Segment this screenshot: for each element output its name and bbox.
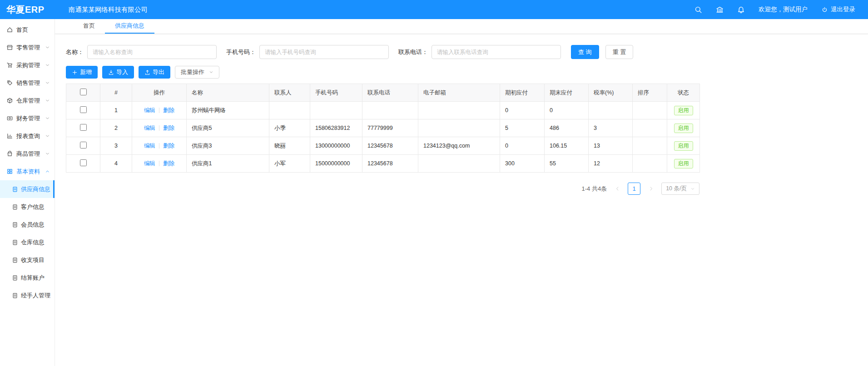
sidebar-subitem-label: 供应商信息	[21, 185, 50, 193]
next-page-button[interactable]	[645, 183, 657, 195]
sidebar-item-basedata[interactable]: 基本资料	[0, 163, 55, 180]
company-name: 南通某某网络科技有限公司	[69, 5, 148, 14]
cell-op: 编辑删除	[132, 155, 187, 173]
sidebar-item-purchase[interactable]: 采购管理	[0, 56, 55, 74]
table-row: 4 编辑删除 供应商1 小军 15000000000 12345678 300 …	[66, 155, 700, 173]
user-menu[interactable]: 欢迎您，测试用户	[759, 5, 808, 14]
select-all-checkbox[interactable]	[80, 89, 87, 95]
sidebar-item-goods[interactable]: 商品管理	[0, 145, 55, 163]
cell-begin: 300	[500, 155, 545, 173]
tag-icon	[6, 79, 13, 86]
cell-contact: 晓丽	[269, 137, 310, 155]
export-button[interactable]: 导出	[139, 66, 170, 79]
batch-actions-label: 批量操作	[181, 68, 204, 76]
page-content: 名称： 手机号码： 联系电话： 查 询 重 置 新增 导入	[55, 34, 868, 195]
logout-button[interactable]: 退出登录	[821, 5, 855, 14]
cell-email	[418, 119, 500, 137]
cell-sort	[633, 155, 667, 173]
divider	[159, 161, 159, 166]
header-actions: 欢迎您，测试用户 退出登录	[694, 5, 868, 14]
sidebar-subitem-supplier[interactable]: 供应商信息	[0, 180, 55, 198]
reset-button[interactable]: 重 置	[605, 45, 634, 59]
name-filter-input[interactable]	[87, 45, 217, 59]
row-checkbox[interactable]	[80, 124, 87, 131]
status-badge: 启用	[674, 106, 693, 115]
edit-link[interactable]: 编辑	[144, 125, 155, 131]
col-tel: 联系电话	[362, 84, 418, 102]
row-checkbox[interactable]	[80, 159, 87, 166]
cell-name: 苏州蜗牛网络	[187, 102, 269, 119]
chevron-down-icon	[209, 70, 213, 74]
delete-link[interactable]: 删除	[163, 143, 174, 149]
row-checkbox[interactable]	[80, 142, 87, 148]
sidebar-item-label: 仓库管理	[16, 97, 40, 105]
chevron-left-icon	[615, 186, 620, 191]
sidebar-subitem-customer[interactable]: 客户信息	[0, 198, 55, 216]
document-icon	[12, 292, 18, 299]
col-contact: 联系人	[269, 84, 310, 102]
sidebar-item-finance[interactable]: 财务管理	[0, 109, 55, 127]
table-row: 3 编辑删除 供应商3 晓丽 13000000000 12345678 1234…	[66, 137, 700, 155]
edit-link[interactable]: 编辑	[144, 160, 155, 167]
home-icon	[6, 26, 13, 33]
cell-mobile: 13000000000	[310, 137, 362, 155]
col-end: 期末应付	[545, 84, 589, 102]
status-badge: 启用	[674, 124, 693, 133]
app-header: 华夏ERP 南通某某网络科技有限公司 欢迎您，测试用户 退出登录	[0, 0, 868, 19]
bank-icon[interactable]	[716, 6, 724, 14]
sidebar-item-home[interactable]: 首页	[0, 21, 55, 39]
sidebar: 首页 零售管理 采购管理 销售管理 仓库管理 财务管理	[0, 19, 55, 366]
tab-supplier-info[interactable]: 供应商信息	[105, 19, 154, 34]
mobile-filter-input[interactable]	[259, 45, 389, 59]
table-row: 2 编辑删除 供应商5 小季 15806283912 77779999 5 48…	[66, 119, 700, 137]
chevron-down-icon	[45, 45, 50, 50]
cell-tax: 12	[589, 155, 633, 173]
sidebar-item-label: 基本资料	[16, 168, 40, 176]
divider	[159, 143, 159, 148]
sidebar-item-label: 零售管理	[16, 44, 40, 52]
sidebar-item-warehouse[interactable]: 仓库管理	[0, 92, 55, 109]
add-button[interactable]: 新增	[66, 66, 98, 79]
col-sort: 排序	[633, 84, 667, 102]
chart-icon	[6, 133, 13, 139]
sidebar-item-report[interactable]: 报表查询	[0, 127, 55, 145]
sidebar-subitem-member[interactable]: 会员信息	[0, 216, 55, 233]
cell-email	[418, 102, 500, 119]
sidebar-item-label: 财务管理	[16, 114, 40, 123]
chevron-down-icon	[45, 80, 50, 85]
search-button[interactable]: 查 询	[571, 45, 599, 59]
import-button[interactable]: 导入	[102, 66, 134, 79]
row-checkbox[interactable]	[80, 106, 87, 113]
filter-bar: 名称： 手机号码： 联系电话： 查 询 重 置	[66, 45, 857, 59]
cell-tel: 12345678	[362, 155, 418, 173]
tel-filter-input[interactable]	[432, 45, 561, 59]
sidebar-item-sales[interactable]: 销售管理	[0, 74, 55, 92]
edit-link[interactable]: 编辑	[144, 143, 155, 149]
add-button-label: 新增	[80, 68, 92, 76]
chevron-down-icon	[45, 151, 50, 156]
power-icon	[821, 6, 828, 13]
sidebar-item-retail[interactable]: 零售管理	[0, 39, 55, 56]
cell-tel: 12345678	[362, 137, 418, 155]
batch-actions-button[interactable]: 批量操作	[175, 66, 219, 79]
import-icon	[108, 69, 114, 75]
page-number[interactable]: 1	[628, 183, 640, 195]
delete-link[interactable]: 删除	[163, 125, 174, 131]
sidebar-subitem-warehouse-info[interactable]: 仓库信息	[0, 233, 55, 251]
prev-page-button[interactable]	[611, 183, 623, 195]
document-icon	[12, 257, 18, 263]
cell-sort	[633, 137, 667, 155]
sidebar-subitem-income-expense[interactable]: 收支项目	[0, 251, 55, 269]
delete-link[interactable]: 删除	[163, 107, 174, 114]
sidebar-subitem-handler[interactable]: 经手人管理	[0, 287, 55, 304]
search-icon[interactable]	[694, 6, 702, 14]
delete-link[interactable]: 删除	[163, 160, 174, 167]
sidebar-subitem-label: 结算账户	[21, 274, 45, 282]
tab-home[interactable]: 首页	[73, 19, 105, 34]
export-icon	[144, 69, 150, 75]
page-size-select[interactable]: 10 条/页	[661, 183, 699, 195]
cell-index: 1	[100, 102, 132, 119]
edit-link[interactable]: 编辑	[144, 107, 155, 114]
bell-icon[interactable]	[737, 6, 745, 14]
sidebar-subitem-settle-account[interactable]: 结算账户	[0, 269, 55, 287]
